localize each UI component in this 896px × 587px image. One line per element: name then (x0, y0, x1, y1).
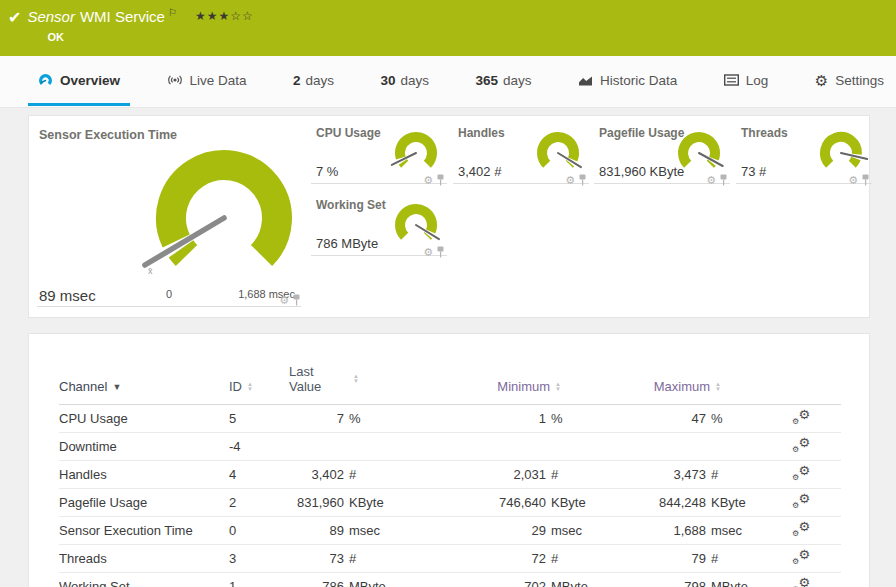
minimum-unit: msec (546, 517, 601, 545)
tab-bar: OverviewLive Data2days30days365daysHisto… (0, 56, 896, 108)
gauge-cell-actions: ⚙ (423, 174, 445, 186)
tab-settings[interactable]: ⚙Settings (805, 57, 894, 106)
table-header: Channel▼ID▲▼Last Value▲▼Minimum▲▼Maximum… (59, 364, 841, 405)
column-header-channel[interactable]: Channel▼ (59, 364, 229, 405)
column-header-maximum[interactable]: Maximum▲▼ (601, 364, 761, 405)
gauge-cell-actions: ⚙ (279, 294, 301, 306)
pin-icon[interactable] (861, 174, 870, 186)
channel-settings-icon[interactable]: ⚙⚙ (792, 437, 810, 453)
gauge-title: Threads (741, 126, 788, 140)
tab-label: Historic Data (600, 73, 677, 88)
pin-icon[interactable] (578, 174, 587, 186)
historic-data-icon (578, 74, 593, 87)
minimum-number: 72 (399, 545, 546, 573)
channel-row-threads[interactable]: Threads373#72#79#⚙⚙ (59, 545, 841, 573)
gear-icon[interactable]: ⚙ (423, 175, 433, 186)
gear-icon[interactable]: ⚙ (279, 295, 289, 306)
maximum-number: 1,688 (601, 517, 706, 545)
tab-number: 365 (476, 73, 499, 88)
tab-label: Log (746, 73, 769, 88)
gauge-cell-threads: Threads73 #⚙ (736, 124, 872, 184)
channel-settings-icon[interactable]: ⚙⚙ (792, 409, 810, 425)
channel-row-downtime[interactable]: Downtime-4⚙⚙ (59, 433, 841, 461)
sensor-title: WMI Service (80, 8, 165, 25)
channel-settings-icon[interactable]: ⚙⚙ (792, 465, 810, 481)
gauge-cell-cpu-usage: CPU Usage7 %⚙ (311, 124, 447, 184)
sort-arrows-icon[interactable]: ▲▼ (353, 374, 359, 384)
minimum-unit: KByte (546, 489, 601, 517)
channel-name: Threads (59, 545, 229, 573)
channel-row-pagefile-usage[interactable]: Pagefile Usage2831,960KByte746,640KByte8… (59, 489, 841, 517)
gauge-title: Working Set (316, 198, 386, 212)
tab-number: 2 (293, 73, 301, 88)
sensor-header: ✔ SensorWMI Service⚐★★★☆☆ OK (0, 0, 896, 56)
maximum-number: 79 (601, 545, 706, 573)
gauge-current-value: 89 msec (39, 287, 96, 304)
pin-icon[interactable] (292, 294, 301, 306)
gauge-arc (710, 163, 712, 165)
gauge-arc (427, 235, 428, 236)
minimum-unit: # (546, 461, 601, 489)
column-header-last-value[interactable]: Last Value▲▼ (289, 364, 399, 405)
channel-name: Downtime (59, 433, 229, 461)
last-value-number: 786 (289, 573, 344, 587)
channel-name: Working Set (59, 573, 229, 587)
channel-row-handles[interactable]: Handles43,402#2,031#3,473#⚙⚙ (59, 461, 841, 489)
minimum-unit: # (546, 545, 601, 573)
channel-id: 2 (229, 489, 289, 517)
minimum-unit (546, 433, 601, 461)
gear-icon[interactable]: ⚙ (565, 175, 575, 186)
priority-stars[interactable]: ★★★☆☆ (195, 9, 254, 23)
minimum-number: 29 (399, 517, 546, 545)
channel-settings-icon[interactable]: ⚙⚙ (792, 577, 810, 587)
channel-settings-icon[interactable]: ⚙⚙ (792, 549, 810, 565)
pin-icon[interactable] (719, 174, 728, 186)
tab-365-days[interactable]: 365days (466, 57, 542, 106)
pin-icon[interactable] (436, 246, 445, 258)
header-row: Channel▼ID▲▼Last Value▲▼Minimum▲▼Maximum… (59, 364, 841, 405)
overview-gauge-icon (38, 73, 53, 88)
channel-id: 3 (229, 545, 289, 573)
last-value-number: 7 (289, 405, 344, 433)
tab-2-days[interactable]: 2days (283, 57, 344, 106)
gear-icon[interactable]: ⚙ (848, 175, 858, 186)
sort-arrows-icon[interactable]: ▲▼ (555, 382, 561, 392)
minimum-number: 746,640 (399, 489, 546, 517)
prtg-sensor-page: ✔ SensorWMI Service⚐★★★☆☆ OK OverviewLiv… (0, 0, 896, 587)
channel-row-sensor-execution-time[interactable]: Sensor Execution Time089msec29msec1,688m… (59, 517, 841, 545)
tab-log[interactable]: Log (714, 57, 779, 106)
tab-historic-data[interactable]: Historic Data (568, 57, 687, 106)
tab-label: days (503, 73, 532, 88)
channel-settings-icon[interactable]: ⚙⚙ (792, 521, 810, 537)
tab-30-days[interactable]: 30days (371, 57, 440, 106)
tab-overview[interactable]: Overview (28, 57, 130, 106)
cell-divider (37, 306, 301, 307)
channel-row-cpu-usage[interactable]: CPU Usage57%1%47%⚙⚙ (59, 405, 841, 433)
sort-arrows-icon[interactable]: ▲▼ (715, 382, 721, 392)
last-value-number: 89 (289, 517, 344, 545)
channel-settings-icon[interactable]: ⚙⚙ (792, 493, 810, 509)
channel-row-working-set[interactable]: Working Set1786MByte702MByte798MByte⚙⚙ (59, 573, 841, 587)
gauge-title: Handles (458, 126, 505, 140)
column-header-id[interactable]: ID▲▼ (229, 364, 289, 405)
live-data-icon (167, 73, 183, 87)
sort-arrows-icon[interactable]: ▲▼ (247, 382, 253, 392)
log-icon (724, 74, 739, 86)
tab-number: 30 (381, 73, 396, 88)
gear-icon[interactable]: ⚙ (423, 247, 433, 258)
channel-id: 5 (229, 405, 289, 433)
gauge-cell-actions: ⚙ (565, 174, 587, 186)
sensor-header-text: SensorWMI Service⚐★★★☆☆ OK (27, 7, 253, 43)
tab-label: Live Data (190, 73, 247, 88)
column-header-minimum[interactable]: Minimum▲▼ (399, 364, 601, 405)
tab-live-data[interactable]: Live Data (157, 57, 257, 106)
pin-icon[interactable] (436, 174, 445, 186)
sensor-execution-time-gauge-cell: Sensor Execution Time x̄ 89 msec 0 1,688… (29, 116, 309, 319)
flag-icon[interactable]: ⚐ (168, 7, 177, 18)
gauge-arc (400, 137, 432, 164)
tab-label: days (306, 73, 335, 88)
channel-id: 0 (229, 517, 289, 545)
maximum-number: 3,473 (601, 461, 706, 489)
gear-icon[interactable]: ⚙ (706, 175, 716, 186)
mean-marker: x̄ (148, 266, 153, 276)
